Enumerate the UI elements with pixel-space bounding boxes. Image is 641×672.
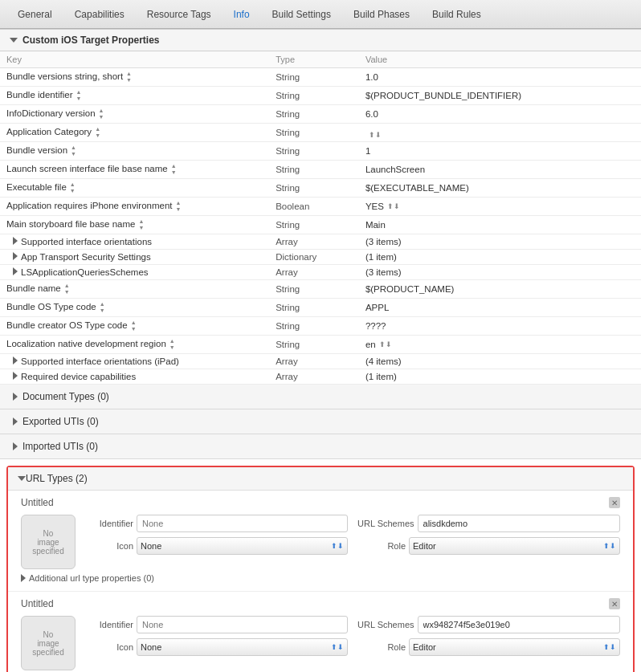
row-stepper[interactable]: ▲▼ bbox=[100, 301, 105, 314]
table-row: Launch screen interface file base name▲▼… bbox=[0, 161, 641, 179]
table-row: Main storyboard file base name▲▼StringMa… bbox=[0, 216, 641, 234]
url-entry-1-identifier-row: Identifier bbox=[85, 616, 348, 633]
row-stepper[interactable]: ▲▼ bbox=[99, 108, 104, 120]
expand-triangle[interactable] bbox=[13, 267, 18, 275]
url-entry-0-identifier-input[interactable] bbox=[137, 515, 348, 532]
expand-triangle[interactable] bbox=[13, 356, 18, 365]
row-stepper[interactable]: ▲▼ bbox=[95, 126, 100, 139]
imported-utis-title: Imported UTIs (0) bbox=[22, 441, 98, 452]
col-key: Key bbox=[0, 51, 269, 68]
exported-utis-header[interactable]: Exported UTIs (0) bbox=[0, 409, 641, 434]
url-entry-0-icon-row: Icon None ⬆⬇ bbox=[85, 537, 348, 555]
url-entry-0-body: No image specified Identifier URL Scheme… bbox=[21, 515, 620, 569]
tab-general[interactable]: General bbox=[6, 4, 63, 25]
row-stepper[interactable]: ▲▼ bbox=[131, 320, 137, 332]
key-label: Executable file bbox=[6, 182, 67, 192]
url-entry-0-additional[interactable]: Additional url type properties (0) bbox=[21, 569, 620, 584]
tab-build-settings[interactable]: Build Settings bbox=[261, 4, 342, 25]
key-label: Application Category bbox=[6, 127, 92, 136]
url-entry-1-identifier-input[interactable] bbox=[137, 616, 348, 633]
url-entry-1-icon-value: None bbox=[141, 642, 161, 652]
collapse-triangle-custom bbox=[10, 38, 18, 43]
document-types-triangle bbox=[13, 393, 18, 401]
tab-build-rules[interactable]: Build Rules bbox=[421, 4, 492, 25]
expand-triangle[interactable] bbox=[13, 372, 18, 380]
value-select[interactable]: ⬆⬇ bbox=[365, 131, 382, 139]
url-entry-1-identifier-label: Identifier bbox=[85, 620, 133, 629]
key-label: Application requires iPhone environment bbox=[6, 201, 172, 210]
url-entry-0-url-schemes-input[interactable] bbox=[418, 515, 620, 532]
row-stepper[interactable]: ▲▼ bbox=[169, 338, 175, 351]
url-entry-0-additional-triangle bbox=[21, 574, 26, 582]
properties-table: Key Type Value Bundle versions string, s… bbox=[0, 51, 641, 385]
url-entry-0-identifier-row: Identifier bbox=[85, 515, 348, 532]
tab-bar: General Capabilities Resource Tags Info … bbox=[0, 0, 641, 29]
url-types-header[interactable]: URL Types (2) bbox=[8, 467, 633, 491]
key-label: InfoDictionary version bbox=[6, 108, 96, 118]
url-types-triangle bbox=[18, 476, 26, 481]
tab-capabilities[interactable]: Capabilities bbox=[63, 4, 136, 25]
key-label: Bundle identifier bbox=[6, 90, 72, 100]
key-label: Localization native development region bbox=[6, 339, 166, 348]
key-label: Supported interface orientations bbox=[21, 237, 152, 246]
table-row: App Transport Security SettingsDictionar… bbox=[0, 250, 641, 265]
url-entry-1-role-select[interactable]: Editor ⬆⬇ bbox=[409, 638, 620, 656]
custom-ios-section-header[interactable]: Custom iOS Target Properties bbox=[0, 29, 641, 51]
table-row: Required device capabilitiesArray(1 item… bbox=[0, 369, 641, 385]
tab-build-phases[interactable]: Build Phases bbox=[342, 4, 421, 25]
table-row: Bundle version▲▼String1 bbox=[0, 142, 641, 161]
key-label: LSApplicationQueriesSchemes bbox=[21, 267, 149, 277]
document-types-header[interactable]: Document Types (0) bbox=[0, 385, 641, 409]
url-entry-1-url-schemes-input[interactable] bbox=[418, 616, 620, 633]
main-content: Custom iOS Target Properties Key Type Va… bbox=[0, 29, 641, 672]
url-entry-1-body: No image specified Identifier URL Scheme… bbox=[21, 616, 620, 670]
url-entry-1-role-row: Role Editor ⬆⬇ bbox=[357, 638, 620, 656]
table-row: Executable file▲▼String$(EXECUTABLE_NAME… bbox=[0, 179, 641, 198]
exported-utis-title: Exported UTIs (0) bbox=[22, 416, 99, 427]
value-select[interactable]: YES⬆⬇ bbox=[365, 202, 400, 211]
table-header-row: Key Type Value bbox=[0, 51, 641, 68]
custom-ios-section-title: Custom iOS Target Properties bbox=[22, 35, 159, 46]
url-entry-0-role-select[interactable]: Editor ⬆⬇ bbox=[409, 537, 620, 555]
key-label: Bundle name bbox=[6, 283, 61, 293]
url-entry-0-close-btn[interactable]: ✕ bbox=[609, 497, 620, 508]
row-stepper[interactable]: ▲▼ bbox=[76, 89, 81, 102]
key-label: Bundle OS Type code bbox=[6, 302, 96, 312]
row-stepper[interactable]: ▲▼ bbox=[171, 163, 177, 176]
url-entry-0-icon-select[interactable]: None ⬆⬇ bbox=[137, 537, 348, 555]
row-stepper[interactable]: ▲▼ bbox=[70, 181, 76, 194]
url-entry-1-close-btn[interactable]: ✕ bbox=[609, 598, 620, 609]
imported-utis-header[interactable]: Imported UTIs (0) bbox=[0, 434, 641, 458]
row-stepper[interactable]: ▲▼ bbox=[64, 283, 70, 295]
table-row: Localization native development region▲▼… bbox=[0, 336, 641, 354]
url-entry-1-icon-select[interactable]: None ⬆⬇ bbox=[137, 638, 348, 656]
url-entry-0-role-arrow: ⬆⬇ bbox=[603, 542, 616, 550]
value-select[interactable]: en⬆⬇ bbox=[365, 340, 392, 349]
key-label: Bundle versions string, short bbox=[6, 71, 123, 81]
url-entry-1-label: Untitled bbox=[21, 598, 54, 609]
table-row: Bundle name▲▼String$(PRODUCT_NAME) bbox=[0, 280, 641, 299]
exported-utis-triangle bbox=[13, 417, 18, 426]
table-row: Supported interface orientationsArray(3 … bbox=[0, 234, 641, 250]
url-entry-0-identifier-label: Identifier bbox=[85, 519, 133, 528]
url-entry-0-title-row: Untitled ✕ bbox=[21, 497, 620, 508]
document-types-title: Document Types (0) bbox=[22, 391, 109, 402]
row-stepper[interactable]: ▲▼ bbox=[175, 200, 181, 213]
table-row: Bundle OS Type code▲▼StringAPPL bbox=[0, 299, 641, 317]
url-entry-1-icon-arrow: ⬆⬇ bbox=[331, 643, 344, 651]
url-entry-0-url-schemes-label: URL Schemes bbox=[357, 519, 414, 528]
url-entry-0-icon-value: None bbox=[141, 541, 161, 551]
tab-resource-tags[interactable]: Resource Tags bbox=[136, 4, 223, 25]
table-row: Supported interface orientations (iPad)A… bbox=[0, 354, 641, 369]
row-stepper[interactable]: ▲▼ bbox=[138, 218, 144, 231]
expand-triangle[interactable] bbox=[13, 252, 18, 260]
key-label: App Transport Security Settings bbox=[21, 252, 151, 262]
tab-info[interactable]: Info bbox=[223, 4, 261, 25]
table-row: Application requires iPhone environment▲… bbox=[0, 198, 641, 216]
row-stepper[interactable]: ▲▼ bbox=[126, 71, 132, 83]
url-entry-0-label: Untitled bbox=[21, 497, 54, 508]
row-stepper[interactable]: ▲▼ bbox=[71, 145, 76, 157]
col-type: Type bbox=[269, 51, 359, 68]
url-entry-0: Untitled ✕ No image specified Identifier… bbox=[8, 491, 633, 592]
expand-triangle[interactable] bbox=[13, 237, 18, 245]
